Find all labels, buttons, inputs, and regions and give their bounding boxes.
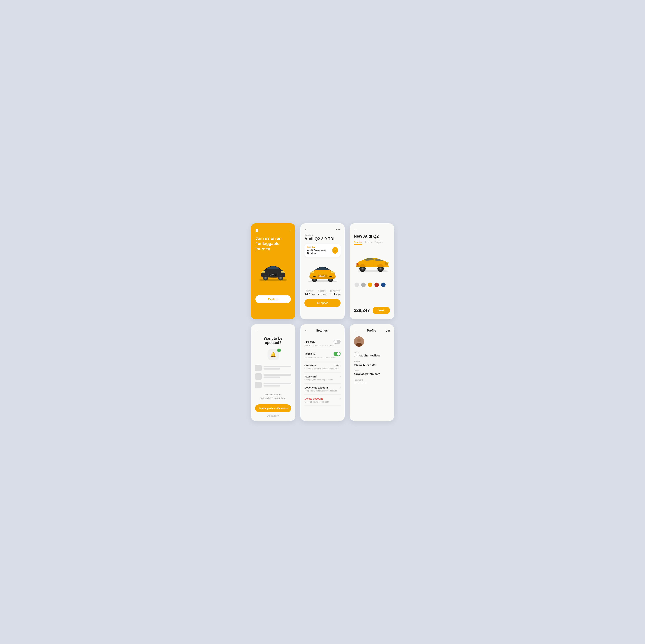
currency-selector[interactable]: USD ▾ <box>334 364 341 367</box>
spec-speed: 0-60 MPH 7.8 sec <box>318 290 327 296</box>
bell-icon: 🔔 <box>268 349 279 360</box>
settings-delete[interactable]: Delete account › Close all your account … <box>304 395 341 406</box>
delete-label: Delete account <box>304 397 323 400</box>
car-price: $29,247 <box>354 308 370 313</box>
touch-id-label: Touch ID <box>304 353 315 355</box>
notif-line-2-long <box>263 374 291 376</box>
name-value: Christopher Wallace <box>354 354 390 357</box>
touch-id-desc: Enable touch ID for all transactions <box>304 357 341 359</box>
mobile-label: Mobile <box>354 360 390 363</box>
spec-power: POWER 147 bhp <box>304 290 314 296</box>
best-deal-label: Best deal <box>307 246 332 248</box>
notif-thumb-3 <box>255 382 262 388</box>
profile-back-button[interactable]: ← <box>354 329 357 333</box>
svg-rect-27 <box>357 263 358 265</box>
carview-tabs: Exterior Interior Engines <box>354 241 390 245</box>
pin-lock-desc: Use PIN to login to your account <box>304 344 341 347</box>
settings-back-button[interactable]: ← <box>304 329 308 333</box>
notif-bell-area: 🔔 2 <box>255 349 291 360</box>
mobile-value: +91 1247 777 004 <box>354 363 390 366</box>
settings-title: Settings <box>316 329 328 332</box>
back-button[interactable]: ← <box>304 228 308 232</box>
avatar-wrap <box>354 337 390 347</box>
carview-back-button[interactable]: ← <box>354 228 357 232</box>
name-label: Name <box>354 351 390 353</box>
svg-point-35 <box>380 268 381 269</box>
car-detail-image <box>304 259 341 287</box>
swatch-white[interactable] <box>355 282 359 287</box>
all-specs-button[interactable]: All specs <box>304 299 341 307</box>
carview-top: ← <box>354 228 390 232</box>
more-options-icon[interactable]: ••• <box>336 228 341 232</box>
profile-password-field: Password •••••••••• <box>354 379 390 384</box>
notif-line-3-long <box>263 383 291 384</box>
chevron-right-icon-2: › <box>340 387 341 389</box>
chevron-right-icon: › <box>340 376 341 378</box>
search-icon[interactable]: ○ <box>289 229 291 232</box>
card-notifications: ← Want to be updated? 🔔 2 <box>251 325 295 421</box>
splash-topbar: ☰ ○ <box>255 229 291 233</box>
notif-badge: 2 <box>277 349 281 352</box>
settings-header: ← Settings <box>304 329 341 333</box>
color-swatches <box>354 282 390 287</box>
swatch-red[interactable] <box>375 282 379 287</box>
app-grid: ☰ ○ Join us on an #untaggable journey <box>251 223 394 421</box>
notif-thumb-1 <box>255 365 262 371</box>
tab-exterior[interactable]: Exterior <box>354 241 362 245</box>
car-title: Audi Q2 2.0 TDI <box>304 236 341 241</box>
deal-location: Audi Downtown Boston <box>307 249 332 255</box>
pin-lock-toggle[interactable] <box>334 340 341 344</box>
next-button[interactable]: Next <box>373 307 390 314</box>
profile-name-field: Name Christopher Wallace <box>354 351 390 357</box>
deal-card: Best deal Audi Downtown Boston 1 <box>304 244 341 257</box>
enable-notifications-button[interactable]: Enable push notifications <box>255 404 291 412</box>
notif-line-long <box>263 366 291 367</box>
deactivate-label: Deactivate account <box>304 386 328 389</box>
settings-deactivate[interactable]: Deactivate account › Temporarily deactiv… <box>304 384 341 395</box>
email-value: c.wallace@info.com <box>354 372 390 376</box>
profile-header: ← Profile Edit <box>354 329 390 333</box>
svg-point-39 <box>357 339 361 342</box>
password-field-label: Password <box>354 379 390 381</box>
menu-icon[interactable]: ☰ <box>255 229 258 233</box>
settings-pin-lock: PIN lock Use PIN to login to your accoun… <box>304 337 341 349</box>
tab-interior[interactable]: Interior <box>365 241 372 245</box>
splash-car-image <box>255 254 291 291</box>
profile-mobile-field: Mobile +91 1247 777 004 <box>354 360 390 366</box>
settings-currency: Currency USD ▾ Choose a currency to disp… <box>304 362 341 373</box>
currency-desc: Choose a currency to display the rates <box>304 368 341 370</box>
pin-lock-knob <box>334 340 337 344</box>
carview-title: New Audi Q2 <box>354 234 390 239</box>
swatch-blue[interactable] <box>381 282 386 287</box>
spec-top-speed: TOP SPEED 131 mph <box>330 290 341 296</box>
notif-item-3 <box>255 382 291 388</box>
touch-id-toggle[interactable] <box>334 352 341 356</box>
svg-point-0 <box>259 279 287 281</box>
touch-id-knob <box>337 352 340 356</box>
currency-label: Currency <box>304 364 316 367</box>
password-label: Password <box>304 375 316 378</box>
password-desc: Change your account password <box>304 379 341 381</box>
profile-title: Profile <box>367 329 376 332</box>
overview-label: Overview <box>304 234 341 236</box>
settings-touch-id: Touch ID Enable touch ID for all transac… <box>304 349 341 362</box>
chevron-down-icon: ▾ <box>340 364 341 367</box>
deactivate-desc: Temporarily deactivate your account <box>304 390 341 392</box>
explore-button[interactable]: Explore <box>255 295 291 303</box>
settings-password[interactable]: Password › Change your account password <box>304 373 341 384</box>
delete-desc: Close all your account data <box>304 401 341 403</box>
tab-engines[interactable]: Engines <box>375 241 383 245</box>
swatch-gray[interactable] <box>361 282 366 287</box>
card-splash: ☰ ○ Join us on an #untaggable journey <box>251 223 295 319</box>
notif-back-button[interactable]: ← <box>255 329 258 333</box>
svg-point-31 <box>362 268 363 269</box>
profile-email-field: Email c.wallace@info.com <box>354 370 390 376</box>
card-settings: ← Settings PIN lock Use PIN to login to … <box>300 325 345 421</box>
do-not-allow-button[interactable]: Do not allow <box>255 415 291 417</box>
swatch-yellow[interactable] <box>368 282 372 287</box>
splash-headline: Join us on an #untaggable journey <box>255 236 291 252</box>
email-label: Email <box>354 370 390 372</box>
profile-edit-button[interactable]: Edit <box>386 330 390 332</box>
notif-line-short <box>263 368 280 370</box>
notif-item-2 <box>255 373 291 380</box>
